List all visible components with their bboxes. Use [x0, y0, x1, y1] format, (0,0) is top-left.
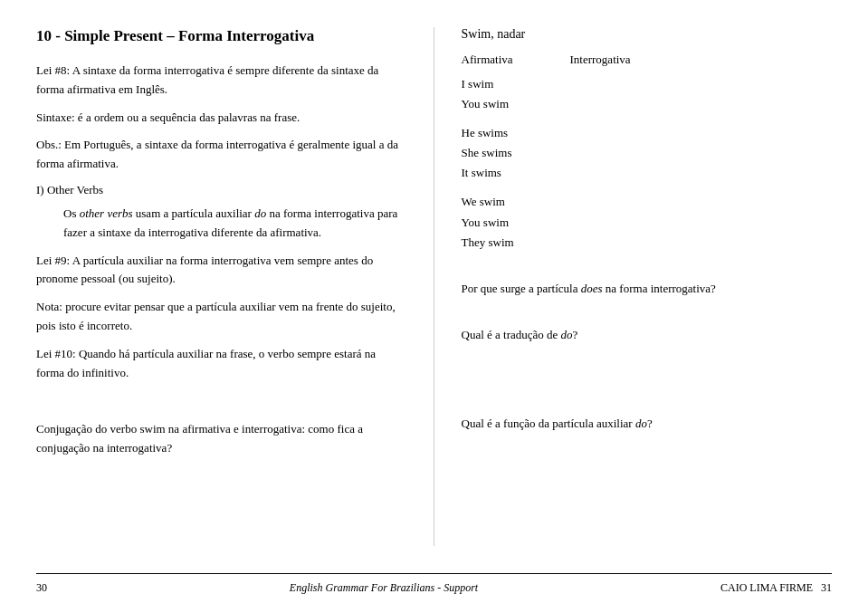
obs-paragraph: Obs.: Em Português, a sintaxe da forma i…: [36, 136, 406, 174]
lei9-paragraph: Lei #9: A partícula auxiliar na forma in…: [36, 252, 406, 290]
conj-it-swims-text: It swims: [462, 166, 501, 179]
conjugation-group-3: We swim You swim They swim: [462, 192, 833, 252]
other-verbs-prefix: Os: [63, 206, 80, 220]
q1-suffix: na forma interrogativa?: [603, 282, 716, 295]
conj-they-swim-text: They swim: [462, 235, 514, 249]
swim-nadar-title: Swim, nadar: [462, 27, 833, 42]
conj-he-swims-text: He swims: [462, 126, 509, 139]
section-i-heading: I) Other Verbs: [36, 183, 406, 197]
footer: 30 English Grammar For Brazilians - Supp…: [36, 573, 832, 595]
conjugation-group-2: He swims She swims It swims: [462, 123, 833, 183]
question-1: Por que surge a partícula does na forma …: [462, 280, 833, 299]
afirmativa-label: Afirmativa: [462, 53, 570, 67]
conj-she-swims-text: She swims: [462, 146, 512, 159]
conj-he-swims: He swims: [462, 123, 833, 143]
page-title: 10 - Simple Present – Forma Interrogativ…: [36, 27, 406, 45]
q3-prefix: Qual é a função da partícula auxiliar: [462, 417, 635, 430]
footer-page-number-right: 31: [821, 581, 832, 594]
footer-brand: CAIO LIMA FIRME: [720, 581, 813, 594]
footer-center-text: English Grammar For Brazilians - Support: [290, 581, 478, 595]
left-column: 10 - Simple Present – Forma Interrogativ…: [36, 27, 434, 546]
sintaxe-paragraph: Sintaxe: é a ordem ou a sequência das pa…: [36, 109, 406, 128]
q2-suffix: ?: [573, 328, 578, 341]
question-3: Qual é a função da partícula auxiliar do…: [462, 415, 833, 434]
conjugacao-question: Conjugação do verbo swim na afirmativa e…: [36, 420, 406, 458]
q2-italic: do: [561, 328, 573, 341]
conj-she-swims: She swims: [462, 143, 833, 163]
section-i-label: I) Other Verbs: [36, 183, 103, 196]
conj-you-swim-2-text: You swim: [462, 216, 510, 229]
lei10-paragraph: Lei #10: Quando há partícula auxiliar na…: [36, 345, 406, 383]
conj-we-swim: We swim: [462, 192, 833, 212]
conj-you-swim-2: You swim: [462, 213, 833, 233]
q3-suffix: ?: [647, 417, 653, 430]
q1-italic: does: [581, 282, 603, 295]
conj-i-swim: I swim: [462, 74, 833, 94]
q1-prefix: Por que surge a partícula: [462, 282, 581, 295]
conjugation-group-1: I swim You swim: [462, 74, 833, 114]
question-2: Qual é a tradução de do?: [462, 326, 833, 345]
other-verbs-italic1: other verbs: [80, 206, 133, 220]
footer-right-text: CAIO LIMA FIRME 31: [720, 581, 832, 595]
columns-header: Afirmativa Interrogativa: [462, 53, 833, 67]
other-verbs-italic2: do: [254, 206, 266, 220]
other-verbs-paragraph: Os other verbs usam a partícula auxiliar…: [63, 205, 406, 243]
conj-you-swim-1-text: You swim: [462, 97, 510, 110]
conj-i-swim-text: I swim: [462, 77, 494, 91]
conj-it-swims: It swims: [462, 163, 833, 183]
conj-they-swim: They swim: [462, 233, 833, 253]
conjugacao-question-text: Conjugação do verbo swim na afirmativa e…: [36, 422, 363, 455]
page-container: 10 - Simple Present – Forma Interrogativ…: [0, 0, 868, 613]
q2-prefix: Qual é a tradução de: [462, 328, 561, 341]
nota-paragraph: Nota: procure evitar pensar que a partíc…: [36, 298, 406, 336]
other-verbs-suffix1: usam a partícula auxiliar: [133, 206, 255, 220]
conjugation-block: I swim You swim He swims She swims I: [462, 74, 833, 253]
two-column-layout: 10 - Simple Present – Forma Interrogativ…: [36, 27, 832, 546]
lei8-paragraph: Lei #8: A sintaxe da forma interrogativa…: [36, 62, 406, 100]
right-column: Swim, nadar Afirmativa Interrogativa I s…: [434, 27, 833, 546]
q3-italic: do: [635, 417, 647, 430]
interrogativa-label: Interrogativa: [570, 53, 631, 67]
conj-we-swim-text: We swim: [462, 195, 505, 208]
conj-you-swim-1: You swim: [462, 94, 833, 114]
footer-page-number-left: 30: [36, 581, 47, 595]
